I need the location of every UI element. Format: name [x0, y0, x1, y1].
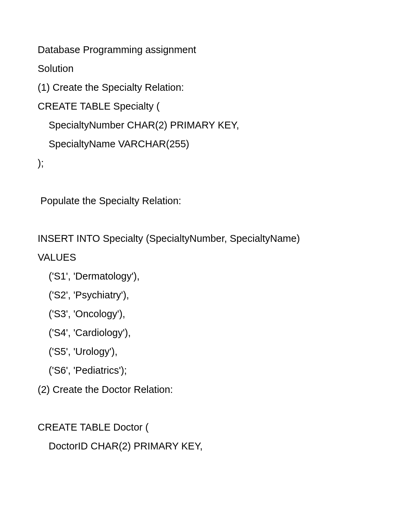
text-line: ('S2', 'Psychiatry'), [38, 286, 373, 305]
text-line: CREATE TABLE Doctor ( [38, 418, 373, 437]
text-line: ('S3', 'Oncology'), [38, 305, 373, 323]
text-line: Populate the Specialty Relation: [38, 191, 373, 210]
text-line: ); [38, 154, 373, 173]
blank-line [38, 399, 373, 418]
text-line: ('S5', 'Urology'), [38, 342, 373, 361]
text-line: ('S1', 'Dermatology'), [38, 267, 373, 286]
text-line: VALUES [38, 248, 373, 267]
text-line: Solution [38, 59, 373, 78]
text-line: (1) Create the Specialty Relation: [38, 78, 373, 97]
text-line: SpecialtyName VARCHAR(255) [38, 135, 373, 153]
text-line: Database Programming assignment [38, 40, 373, 59]
blank-line [38, 173, 373, 191]
text-line: CREATE TABLE Specialty ( [38, 97, 373, 116]
document-body: Database Programming assignmentSolution(… [38, 40, 373, 456]
text-line: ('S6', 'Pediatrics'); [38, 361, 373, 380]
text-line: INSERT INTO Specialty (SpecialtyNumber, … [38, 229, 373, 248]
text-line: (2) Create the Doctor Relation: [38, 380, 373, 399]
text-line: DoctorID CHAR(2) PRIMARY KEY, [38, 437, 373, 456]
text-line: SpecialtyNumber CHAR(2) PRIMARY KEY, [38, 116, 373, 135]
text-line: ('S4', 'Cardiology'), [38, 323, 373, 342]
blank-line [38, 210, 373, 229]
